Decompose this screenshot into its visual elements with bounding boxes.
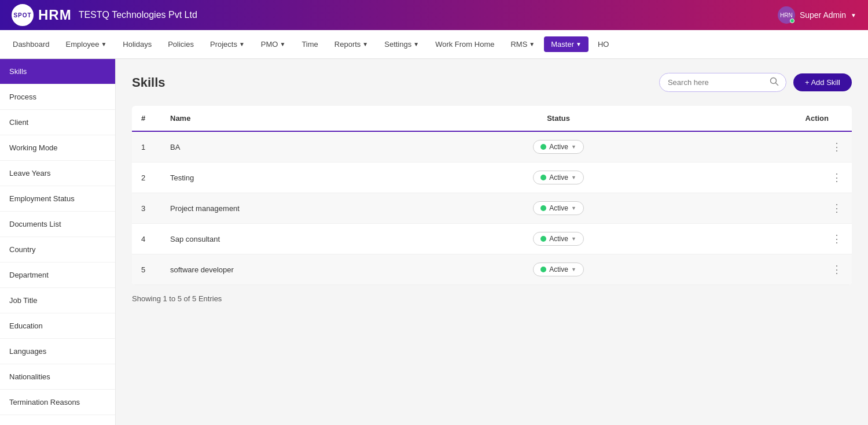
status-chevron-icon: ▼ (571, 236, 576, 242)
cell-action: ⋮ (671, 224, 852, 254)
user-chevron-icon: ▼ (851, 12, 856, 19)
user-avatar: HRN (778, 6, 795, 24)
col-header-name: Name (161, 106, 446, 131)
col-header-action: Action (671, 106, 852, 131)
status-badge[interactable]: Active ▼ (533, 263, 584, 276)
spot-logo: SPOT (12, 4, 34, 26)
cell-status: Active ▼ (446, 254, 671, 285)
sidebar-item-nationalities[interactable]: Nationalities (0, 364, 115, 390)
cell-action: ⋮ (671, 131, 852, 162)
nav-time[interactable]: Time (295, 36, 325, 52)
sidebar-item-department[interactable]: Department (0, 263, 115, 288)
nav-master[interactable]: Master ▼ (544, 36, 589, 52)
nav-dashboard[interactable]: Dashboard (6, 36, 57, 52)
sidebar-item-country[interactable]: Country (0, 237, 115, 263)
sidebar-item-client[interactable]: Client (0, 110, 115, 135)
status-dot-icon (540, 144, 546, 150)
nav-work-from-home[interactable]: Work From Home (428, 36, 501, 52)
online-indicator (790, 19, 795, 23)
table-row: 4 Sap consultant Active ▼ ⋮ (132, 224, 852, 254)
nav-holidays[interactable]: Holidays (116, 36, 159, 52)
settings-chevron-icon: ▼ (413, 41, 419, 47)
nav-employee[interactable]: Employee ▼ (59, 36, 114, 52)
sidebar-item-languages[interactable]: Languages (0, 339, 115, 364)
nav-pmo[interactable]: PMO ▼ (254, 36, 293, 52)
projects-chevron-icon: ▼ (239, 41, 245, 47)
status-dot-icon (540, 175, 546, 180)
sidebar-item-job-title[interactable]: Job Title (0, 288, 115, 313)
sidebar: Skills Process Client Working Mode Leave… (0, 59, 116, 425)
status-dot-icon (540, 267, 546, 272)
col-header-status: Status (446, 106, 671, 131)
pmo-chevron-icon: ▼ (279, 41, 285, 47)
main-layout: Skills Process Client Working Mode Leave… (0, 59, 868, 425)
hrm-text: HRM (38, 7, 72, 23)
cell-action: ⋮ (671, 193, 852, 224)
search-box[interactable] (659, 73, 786, 92)
sidebar-item-education[interactable]: Education (0, 313, 115, 339)
nav-projects[interactable]: Projects ▼ (203, 36, 252, 52)
status-chevron-icon: ▼ (571, 205, 576, 211)
page-title: Skills (132, 75, 165, 90)
user-name: Super Admin (800, 10, 846, 20)
search-icon (770, 77, 779, 88)
nav-rms[interactable]: RMS ▼ (503, 36, 542, 52)
status-chevron-icon: ▼ (571, 144, 576, 150)
sidebar-item-documents-list[interactable]: Documents List (0, 212, 115, 237)
sidebar-item-employment-status[interactable]: Employment Status (0, 186, 115, 212)
cell-num: 4 (132, 224, 161, 254)
company-name: TESTQ Technologies Pvt Ltd (79, 10, 778, 20)
sidebar-item-leave-years[interactable]: Leave Years (0, 161, 115, 186)
reports-chevron-icon: ▼ (362, 41, 368, 47)
status-label: Active (549, 235, 568, 243)
sidebar-item-skills[interactable]: Skills (0, 59, 115, 84)
nav-ho[interactable]: HO (591, 36, 616, 52)
cell-name: Sap consultant (161, 224, 446, 254)
action-menu-button[interactable]: ⋮ (832, 233, 843, 245)
col-header-num: # (132, 106, 161, 131)
nav-reports[interactable]: Reports ▼ (328, 36, 375, 52)
cell-status: Active ▼ (446, 162, 671, 193)
table-row: 5 software developer Active ▼ ⋮ (132, 254, 852, 285)
status-badge[interactable]: Active ▼ (533, 140, 584, 154)
skills-table: # Name Status Action 1 BA Active ▼ ⋮ 2 T… (132, 106, 852, 285)
status-chevron-icon: ▼ (571, 267, 576, 272)
content-area: Skills + Add Skill (116, 59, 868, 425)
status-badge[interactable]: Active ▼ (533, 171, 584, 184)
status-badge[interactable]: Active ▼ (533, 232, 584, 246)
status-label: Active (549, 143, 568, 151)
sidebar-item-process[interactable]: Process (0, 84, 115, 110)
cell-status: Active ▼ (446, 193, 671, 224)
action-menu-button[interactable]: ⋮ (832, 202, 843, 214)
skills-table-container: # Name Status Action 1 BA Active ▼ ⋮ 2 T… (132, 106, 852, 285)
svg-line-1 (775, 83, 778, 86)
action-menu-button[interactable]: ⋮ (832, 264, 843, 275)
cell-status: Active ▼ (446, 131, 671, 162)
status-dot-icon (540, 236, 546, 242)
cell-status: Active ▼ (446, 224, 671, 254)
header-actions: + Add Skill (659, 73, 852, 92)
add-skill-button[interactable]: + Add Skill (793, 73, 852, 91)
top-header: SPOT HRM TESTQ Technologies Pvt Ltd HRN … (0, 0, 868, 30)
table-row: 3 Project management Active ▼ ⋮ (132, 193, 852, 224)
cell-name: BA (161, 131, 446, 162)
status-chevron-icon: ▼ (571, 175, 576, 180)
table-row: 2 Testing Active ▼ ⋮ (132, 162, 852, 193)
sidebar-item-termination-reasons[interactable]: Termination Reasons (0, 390, 115, 415)
action-menu-button[interactable]: ⋮ (832, 172, 843, 183)
action-menu-button[interactable]: ⋮ (832, 141, 843, 153)
status-badge[interactable]: Active ▼ (533, 201, 584, 215)
nav-settings[interactable]: Settings ▼ (377, 36, 426, 52)
cell-num: 5 (132, 254, 161, 285)
cell-num: 3 (132, 193, 161, 224)
cell-name: Project management (161, 193, 446, 224)
cell-num: 1 (132, 131, 161, 162)
nav-bar: Dashboard Employee ▼ Holidays Policies P… (0, 30, 868, 59)
cell-name: software developer (161, 254, 446, 285)
user-area[interactable]: HRN Super Admin ▼ (778, 6, 856, 24)
search-input[interactable] (668, 78, 765, 87)
nav-policies[interactable]: Policies (161, 36, 201, 52)
cell-name: Testing (161, 162, 446, 193)
sidebar-item-working-mode[interactable]: Working Mode (0, 135, 115, 161)
cell-num: 2 (132, 162, 161, 193)
